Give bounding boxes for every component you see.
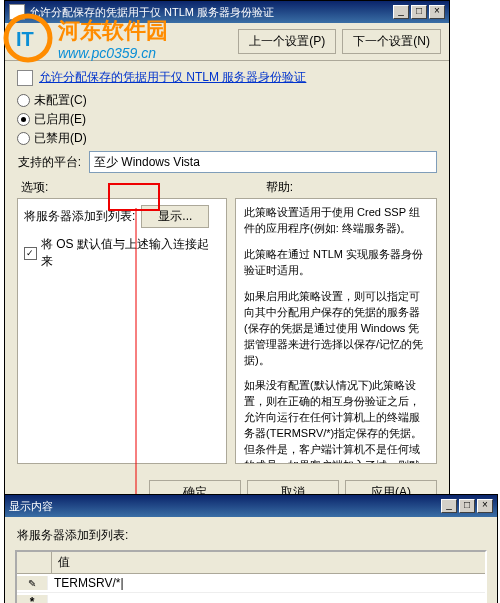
radio-disabled-label: 已禁用(D): [34, 130, 87, 147]
maximize-icon[interactable]: □: [411, 5, 427, 19]
dialog-minimize-icon[interactable]: _: [441, 499, 457, 513]
window-title: 允许分配保存的凭据用于仅 NTLM 服务器身份验证: [29, 5, 393, 20]
servers-grid[interactable]: 值 TERMSRV/*: [15, 550, 487, 603]
policy-icon: [17, 70, 33, 86]
grid-header-blank: [17, 552, 52, 573]
supported-field: 至少 Windows Vista: [89, 151, 437, 173]
nav-toolbar: 上一个设置(P) 下一个设置(N): [5, 23, 449, 61]
options-panel: 将服务器添加到列表: 显示... ✓ 将 OS 默认值与上述输入连接起来: [17, 198, 227, 464]
help-label: 帮助:: [266, 179, 433, 196]
radio-not-configured-label: 未配置(C): [34, 92, 87, 109]
help-p1: 此策略设置适用于使用 Cred SSP 组件的应用程序(例如: 终端服务器)。: [244, 205, 428, 237]
dialog-prompt: 将服务器添加到列表:: [17, 527, 485, 544]
help-p2: 此策略在通过 NTLM 实现服务器身份验证时适用。: [244, 247, 428, 279]
radio-enabled[interactable]: [17, 113, 30, 126]
radio-disabled[interactable]: [17, 132, 30, 145]
dialog-close-icon[interactable]: ×: [477, 499, 493, 513]
help-p3: 如果启用此策略设置，则可以指定可向其中分配用户保存的凭据的服务器(保存的凭据是通…: [244, 289, 428, 369]
pencil-icon: [17, 576, 48, 590]
show-button[interactable]: 显示...: [141, 205, 209, 228]
new-row-icon: [17, 595, 48, 603]
help-panel: 此策略设置适用于使用 Cred SSP 组件的应用程序(例如: 终端服务器)。 …: [235, 198, 437, 464]
dialog-maximize-icon[interactable]: □: [459, 499, 475, 513]
policy-title: 允许分配保存的凭据用于仅 NTLM 服务器身份验证: [39, 69, 306, 86]
grid-header-value: 值: [52, 552, 485, 573]
dialog-titlebar: 显示内容 _ □ ×: [5, 495, 497, 517]
help-p4: 如果没有配置(默认情况下)此策略设置，则在正确的相互身份验证之后，允许向运行在任…: [244, 378, 428, 464]
grid-cell-value[interactable]: TERMSRV/*: [48, 576, 485, 590]
radio-enabled-label: 已启用(E): [34, 111, 86, 128]
next-setting-button[interactable]: 下一个设置(N): [342, 29, 441, 54]
options-label: 选项:: [21, 179, 48, 196]
main-titlebar: 允许分配保存的凭据用于仅 NTLM 服务器身份验证 _ □ ×: [5, 1, 449, 23]
add-servers-label: 将服务器添加到列表:: [24, 208, 135, 225]
minimize-icon[interactable]: _: [393, 5, 409, 19]
window-icon: [9, 4, 25, 20]
combine-defaults-checkbox[interactable]: ✓: [24, 247, 37, 260]
close-icon[interactable]: ×: [429, 5, 445, 19]
combine-defaults-label: 将 OS 默认值与上述输入连接起来: [41, 236, 220, 270]
supported-label: 支持的平台:: [17, 154, 81, 171]
dialog-title: 显示内容: [9, 499, 441, 514]
prev-setting-button[interactable]: 上一个设置(P): [238, 29, 336, 54]
radio-not-configured[interactable]: [17, 94, 30, 107]
